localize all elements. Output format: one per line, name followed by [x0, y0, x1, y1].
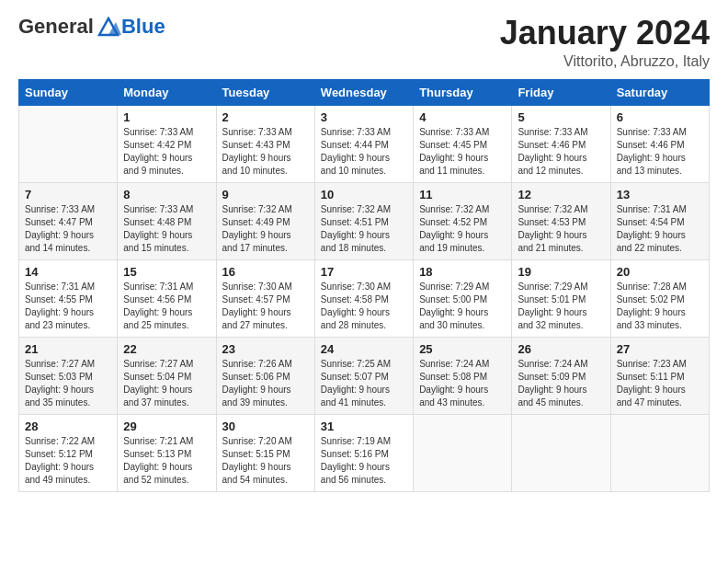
day-number: 6	[617, 110, 703, 124]
day-number: 24	[321, 342, 407, 356]
day-number: 12	[518, 188, 604, 201]
calendar-cell	[19, 105, 118, 182]
title-block: January 2024 Vittorito, Abruzzo, Italy	[500, 15, 710, 70]
calendar-cell: 2Sunrise: 7:33 AMSunset: 4:43 PMDaylight…	[216, 105, 314, 182]
calendar-cell	[610, 414, 709, 491]
calendar-cell: 17Sunrise: 7:30 AMSunset: 4:58 PMDayligh…	[314, 259, 413, 337]
calendar-cell: 23Sunrise: 7:26 AMSunset: 5:06 PMDayligh…	[216, 337, 314, 414]
calendar-cell: 31Sunrise: 7:19 AMSunset: 5:16 PMDayligh…	[314, 414, 413, 491]
day-number: 20	[617, 265, 703, 279]
day-detail: Sunrise: 7:29 AMSunset: 5:01 PMDaylight:…	[518, 281, 604, 332]
day-number: 28	[25, 419, 111, 433]
calendar-cell: 14Sunrise: 7:31 AMSunset: 4:55 PMDayligh…	[19, 259, 118, 337]
col-monday: Monday	[118, 79, 216, 105]
day-detail: Sunrise: 7:21 AMSunset: 5:13 PMDaylight:…	[123, 435, 210, 487]
col-thursday: Thursday	[414, 79, 512, 105]
day-detail: Sunrise: 7:30 AMSunset: 4:57 PMDaylight:…	[222, 281, 309, 332]
day-detail: Sunrise: 7:33 AMSunset: 4:45 PMDaylight:…	[419, 126, 506, 178]
day-detail: Sunrise: 7:24 AMSunset: 5:08 PMDaylight:…	[419, 358, 506, 409]
day-detail: Sunrise: 7:28 AMSunset: 5:02 PMDaylight:…	[617, 281, 703, 332]
logo: General Blue	[18, 15, 165, 39]
day-number: 31	[321, 419, 407, 433]
calendar-cell: 15Sunrise: 7:31 AMSunset: 4:56 PMDayligh…	[118, 259, 216, 337]
col-tuesday: Tuesday	[216, 79, 314, 105]
day-detail: Sunrise: 7:33 AMSunset: 4:48 PMDaylight:…	[123, 203, 210, 255]
calendar-cell: 26Sunrise: 7:24 AMSunset: 5:09 PMDayligh…	[512, 337, 610, 414]
calendar-cell: 3Sunrise: 7:33 AMSunset: 4:44 PMDaylight…	[314, 105, 413, 182]
logo-icon	[96, 17, 121, 37]
calendar-cell: 13Sunrise: 7:31 AMSunset: 4:54 PMDayligh…	[610, 182, 709, 259]
day-number: 18	[419, 265, 506, 279]
calendar-cell: 5Sunrise: 7:33 AMSunset: 4:46 PMDaylight…	[512, 105, 610, 182]
calendar-body: 1Sunrise: 7:33 AMSunset: 4:42 PMDaylight…	[19, 105, 710, 491]
day-number: 3	[321, 110, 407, 124]
calendar-cell: 24Sunrise: 7:25 AMSunset: 5:07 PMDayligh…	[314, 337, 413, 414]
day-number: 14	[25, 265, 111, 279]
day-number: 4	[419, 110, 506, 124]
day-detail: Sunrise: 7:33 AMSunset: 4:43 PMDaylight:…	[222, 126, 309, 178]
day-detail: Sunrise: 7:23 AMSunset: 5:11 PMDaylight:…	[617, 358, 703, 409]
day-number: 2	[222, 110, 309, 124]
main-container: General Blue January 2024 Vittorito, Abr…	[0, 0, 728, 501]
day-detail: Sunrise: 7:19 AMSunset: 5:16 PMDaylight:…	[321, 435, 407, 487]
calendar-cell: 12Sunrise: 7:32 AMSunset: 4:53 PMDayligh…	[512, 182, 610, 259]
day-number: 25	[419, 342, 506, 356]
day-number: 13	[617, 188, 703, 201]
calendar-cell: 28Sunrise: 7:22 AMSunset: 5:12 PMDayligh…	[19, 414, 118, 491]
calendar-cell	[512, 414, 610, 491]
col-friday: Friday	[512, 79, 610, 105]
calendar-cell: 9Sunrise: 7:32 AMSunset: 4:49 PMDaylight…	[216, 182, 314, 259]
day-number: 26	[518, 342, 604, 356]
day-detail: Sunrise: 7:27 AMSunset: 5:03 PMDaylight:…	[25, 358, 111, 409]
day-number: 21	[25, 342, 111, 356]
day-number: 11	[419, 188, 506, 201]
day-detail: Sunrise: 7:31 AMSunset: 4:55 PMDaylight:…	[25, 281, 111, 332]
logo-blue-text: Blue	[121, 15, 165, 39]
day-detail: Sunrise: 7:31 AMSunset: 4:56 PMDaylight:…	[123, 281, 210, 332]
day-number: 9	[222, 188, 309, 201]
calendar-week-5: 28Sunrise: 7:22 AMSunset: 5:12 PMDayligh…	[19, 414, 710, 491]
header: General Blue January 2024 Vittorito, Abr…	[18, 15, 710, 70]
calendar-table: Sunday Monday Tuesday Wednesday Thursday…	[18, 79, 710, 492]
day-detail: Sunrise: 7:32 AMSunset: 4:51 PMDaylight:…	[321, 203, 407, 255]
calendar-cell: 8Sunrise: 7:33 AMSunset: 4:48 PMDaylight…	[118, 182, 216, 259]
day-number: 27	[617, 342, 703, 356]
day-detail: Sunrise: 7:27 AMSunset: 5:04 PMDaylight:…	[123, 358, 210, 409]
day-detail: Sunrise: 7:33 AMSunset: 4:46 PMDaylight:…	[518, 126, 604, 178]
day-number: 5	[518, 110, 604, 124]
calendar-cell: 7Sunrise: 7:33 AMSunset: 4:47 PMDaylight…	[19, 182, 118, 259]
day-detail: Sunrise: 7:33 AMSunset: 4:42 PMDaylight:…	[123, 126, 210, 178]
calendar-cell: 4Sunrise: 7:33 AMSunset: 4:45 PMDaylight…	[414, 105, 512, 182]
col-sunday: Sunday	[19, 79, 118, 105]
calendar-week-3: 14Sunrise: 7:31 AMSunset: 4:55 PMDayligh…	[19, 259, 710, 337]
day-detail: Sunrise: 7:33 AMSunset: 4:47 PMDaylight:…	[25, 203, 111, 255]
day-detail: Sunrise: 7:32 AMSunset: 4:49 PMDaylight:…	[222, 203, 309, 255]
calendar-cell: 29Sunrise: 7:21 AMSunset: 5:13 PMDayligh…	[118, 414, 216, 491]
day-number: 23	[222, 342, 309, 356]
day-number: 8	[123, 188, 210, 201]
calendar-cell: 27Sunrise: 7:23 AMSunset: 5:11 PMDayligh…	[610, 337, 709, 414]
day-detail: Sunrise: 7:33 AMSunset: 4:44 PMDaylight:…	[321, 126, 407, 178]
calendar-cell: 18Sunrise: 7:29 AMSunset: 5:00 PMDayligh…	[414, 259, 512, 337]
calendar-cell: 22Sunrise: 7:27 AMSunset: 5:04 PMDayligh…	[118, 337, 216, 414]
day-detail: Sunrise: 7:22 AMSunset: 5:12 PMDaylight:…	[25, 435, 111, 487]
day-detail: Sunrise: 7:31 AMSunset: 4:54 PMDaylight:…	[617, 203, 703, 255]
location: Vittorito, Abruzzo, Italy	[500, 53, 710, 70]
logo-general-text: General	[18, 15, 94, 39]
day-number: 19	[518, 265, 604, 279]
day-detail: Sunrise: 7:33 AMSunset: 4:46 PMDaylight:…	[617, 126, 703, 178]
day-detail: Sunrise: 7:20 AMSunset: 5:15 PMDaylight:…	[222, 435, 309, 487]
day-number: 15	[123, 265, 210, 279]
month-title: January 2024	[500, 15, 710, 52]
calendar-cell: 1Sunrise: 7:33 AMSunset: 4:42 PMDaylight…	[118, 105, 216, 182]
day-number: 7	[25, 188, 111, 201]
calendar-cell	[414, 414, 512, 491]
day-detail: Sunrise: 7:24 AMSunset: 5:09 PMDaylight:…	[518, 358, 604, 409]
calendar-cell: 30Sunrise: 7:20 AMSunset: 5:15 PMDayligh…	[216, 414, 314, 491]
calendar-cell: 16Sunrise: 7:30 AMSunset: 4:57 PMDayligh…	[216, 259, 314, 337]
calendar-cell: 19Sunrise: 7:29 AMSunset: 5:01 PMDayligh…	[512, 259, 610, 337]
day-detail: Sunrise: 7:32 AMSunset: 4:52 PMDaylight:…	[419, 203, 506, 255]
calendar-week-4: 21Sunrise: 7:27 AMSunset: 5:03 PMDayligh…	[19, 337, 710, 414]
day-detail: Sunrise: 7:30 AMSunset: 4:58 PMDaylight:…	[321, 281, 407, 332]
day-number: 22	[123, 342, 210, 356]
